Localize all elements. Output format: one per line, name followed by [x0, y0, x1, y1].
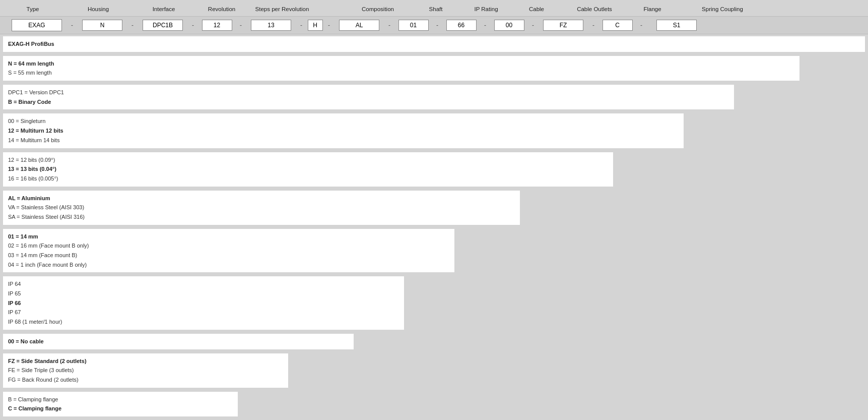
flange-line2: C = Clamping flange [8, 404, 233, 413]
header-row: Type Housing Interface Revolution Steps … [0, 0, 868, 17]
revolution-input[interactable]: 12 [202, 20, 232, 31]
outlets-line2: FE = Side Triple (3 outlets) [8, 366, 283, 375]
section-outlets: FZ = Side Standard (2 outlets) FE = Side… [0, 351, 868, 390]
col-interface-header: Interface [131, 0, 196, 16]
shaft-line3: 03 = 14 mm (Face mount B) [8, 251, 449, 260]
ip-line5: IP 68 (1 meter/1 hour) [8, 317, 399, 327]
ip-line1: IP 64 [8, 279, 399, 289]
steps-line2: 13 = 13 bits (0.04°) [8, 164, 608, 174]
interface-line1: DPC1 = Version DPC1 [8, 88, 729, 97]
steps-line3: 16 = 16 bits (0.005°) [8, 174, 608, 184]
revolution-line1: 00 = Singleturn [8, 116, 679, 126]
cable-input[interactable]: 00 [494, 20, 524, 31]
col-cable-header: Cable [511, 0, 562, 16]
sep12: - [639, 22, 644, 29]
spring-input[interactable]: S1 [656, 20, 697, 31]
housing-line1: N = 64 mm length [8, 59, 794, 69]
type-line1: EXAG-H ProfiBus [8, 39, 860, 49]
shaft-input[interactable]: 01 [398, 20, 429, 31]
sep10: - [530, 22, 536, 29]
interface-line2: B = Binary Code [8, 97, 729, 107]
iprating-input[interactable]: 66 [446, 20, 477, 31]
section-cable: 00 = No cable [0, 332, 868, 351]
interface-input[interactable]: DPC1B [143, 20, 183, 31]
composition-line2: VA = Stainless Steel (AISI 303) [8, 203, 515, 212]
col-flange-header: Flange [627, 0, 678, 16]
steps-line1: 12 = 12 bits (0.09°) [8, 155, 608, 165]
ip-line3: IP 66 [8, 298, 399, 308]
input-row: EXAG - N - DPC1B - 12 - 13 - H - AL - [0, 17, 868, 34]
col-housing-header: Housing [65, 0, 131, 16]
section-composition: AL = Aluminium VA = Stainless Steel (AIS… [0, 189, 868, 227]
cable-line1: 00 = No cable [8, 337, 349, 346]
main-layout: Type Housing Interface Revolution Steps … [0, 0, 868, 420]
housing-input[interactable]: N [82, 20, 122, 31]
sep3: - [190, 22, 195, 29]
shaft-line4: 04 = 1 inch (Face mount B only) [8, 260, 449, 270]
revolution-line2: 12 = Multiturn 12 bits [8, 126, 679, 136]
sep2: - [130, 22, 135, 29]
section-interface: DPC1 = Version DPC1 B = Binary Code [0, 83, 868, 111]
col-spring-header: Spring Coupling [678, 0, 767, 16]
flange-line1: B = Clamping flange [8, 395, 233, 404]
outlets-line1: FZ = Side Standard (2 outlets) [8, 356, 283, 366]
section-steps: 12 = 12 bits (0.09°) 13 = 13 bits (0.04°… [0, 150, 868, 189]
section-flange: B = Clamping flange C = Clamping flange [0, 390, 868, 418]
col-composition-header: Composition [345, 0, 411, 16]
shaft-line2: 02 = 16 mm (Face mount B only) [8, 241, 449, 251]
outlets-input[interactable]: FZ [543, 20, 583, 31]
sep5: - [299, 22, 304, 29]
composition-input[interactable]: AL [339, 20, 379, 31]
col-h-header [317, 0, 345, 16]
col-outlets-header: Cable Outlets [562, 0, 627, 16]
col-steps-header: Steps per Revolution [247, 0, 317, 16]
section-ip: IP 64 IP 65 IP 66 IP 67 IP 68 (1 meter/1… [0, 274, 868, 331]
section-revolution: 00 = Singleturn 12 = Multiturn 12 bits 1… [0, 111, 868, 150]
outlets-line3: FG = Back Round (2 outlets) [8, 375, 283, 385]
flange-input[interactable]: C [603, 20, 633, 31]
ip-line2: IP 65 [8, 289, 399, 298]
composition-line3: SA = Stainless Steel (AISI 316) [8, 212, 515, 222]
steps-input[interactable]: 13 [251, 20, 291, 31]
sep1: - [70, 22, 75, 29]
sep8: - [435, 22, 440, 29]
housing-line2: S = 55 mm length [8, 68, 794, 78]
col-shaft-header: Shaft [411, 0, 461, 16]
h-input[interactable]: H [308, 20, 323, 31]
section-shaft: 01 = 14 mm 02 = 16 mm (Face mount B only… [0, 227, 868, 275]
col-revolution-header: Revolution [196, 0, 247, 16]
composition-line1: AL = Aluminium [8, 194, 515, 203]
section-type: EXAG-H ProfiBus [0, 34, 868, 54]
sep11: - [591, 22, 596, 29]
revolution-line3: 14 = Multiturn 14 bits [8, 136, 679, 145]
shaft-line1: 01 = 14 mm [8, 232, 449, 242]
sep9: - [483, 22, 488, 29]
col-type-header: Type [0, 0, 65, 16]
ip-line4: IP 67 [8, 308, 399, 317]
sep7: - [387, 22, 392, 29]
col-iprating-header: IP Rating [461, 0, 511, 16]
type-input[interactable]: EXAG [12, 19, 62, 31]
section-housing: N = 64 mm length S = 55 mm length [0, 54, 868, 83]
sep4: - [238, 22, 243, 29]
sep6: - [326, 22, 331, 29]
